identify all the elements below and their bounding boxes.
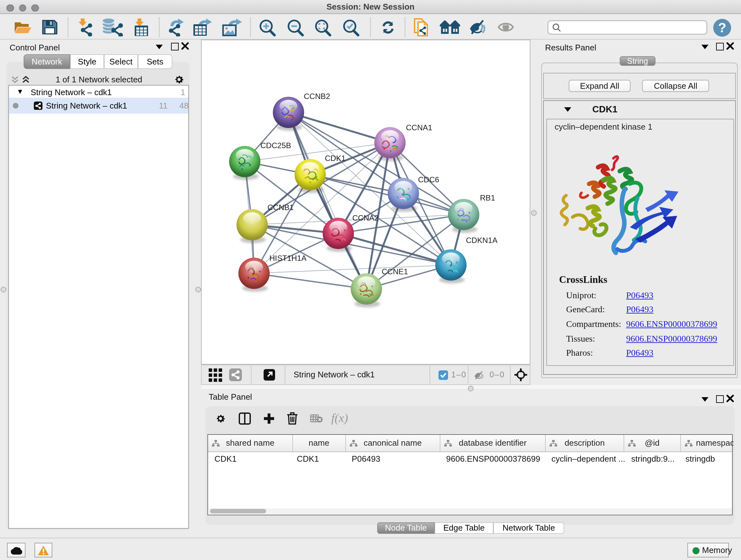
svg-text:CCNA1: CCNA1 <box>406 123 432 132</box>
svg-text:CDC25B: CDC25B <box>260 141 291 150</box>
svg-text:CCNB1: CCNB1 <box>267 203 294 212</box>
svg-text:CDK1: CDK1 <box>325 154 346 163</box>
svg-text:CCNA2: CCNA2 <box>352 213 379 222</box>
svg-text:CDC6: CDC6 <box>418 175 439 184</box>
svg-text:?: ? <box>718 20 726 35</box>
svg-text:HIST1H1A: HIST1H1A <box>269 254 307 262</box>
svg-text:CDKN1A: CDKN1A <box>466 236 498 245</box>
svg-text:CCNE1: CCNE1 <box>382 267 408 276</box>
svg-text:RB1: RB1 <box>480 193 495 202</box>
svg-text:CCNB2: CCNB2 <box>304 92 330 101</box>
